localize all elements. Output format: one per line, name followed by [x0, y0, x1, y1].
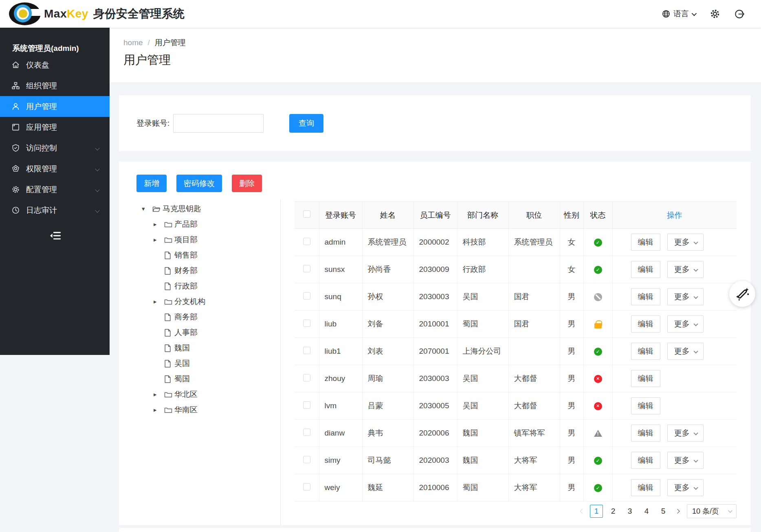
- page-button-3[interactable]: 3: [623, 505, 636, 518]
- cell-department: 吴国: [457, 283, 508, 311]
- more-button[interactable]: 更多: [667, 343, 704, 360]
- chevron-down-icon: [693, 349, 698, 353]
- cell-department: 吴国: [457, 365, 508, 392]
- more-button[interactable]: 更多: [667, 479, 704, 496]
- caret-right-icon[interactable]: ▸: [154, 236, 164, 243]
- sidebar-item-permissions[interactable]: 权限管理: [0, 158, 110, 179]
- page-button-5[interactable]: 5: [657, 505, 670, 518]
- cell-department: 科技部: [457, 229, 508, 256]
- tree-item[interactable]: ▾ 马克思钥匙: [119, 201, 280, 217]
- edit-button[interactable]: 编辑: [631, 234, 660, 251]
- sidebar-item-org[interactable]: 组织管理: [0, 75, 110, 96]
- sidebar-item-audit[interactable]: 日志审计: [0, 200, 110, 221]
- cell-position: [508, 256, 560, 283]
- tree-item[interactable]: 魏国: [119, 340, 280, 356]
- edit-button[interactable]: 编辑: [631, 397, 660, 414]
- page-button-4[interactable]: 4: [640, 505, 653, 518]
- edit-button[interactable]: 编辑: [631, 370, 660, 387]
- edit-button[interactable]: 编辑: [631, 261, 660, 278]
- table-row: liub1 刘表 2070001 上海分公司 男 编辑 更多: [295, 338, 737, 365]
- edit-button[interactable]: 编辑: [631, 479, 660, 496]
- caret-down-icon[interactable]: ▾: [142, 205, 152, 212]
- cell-employee-no: 2000002: [413, 229, 457, 256]
- edit-button[interactable]: 编辑: [631, 343, 660, 360]
- folder-icon: [164, 298, 173, 306]
- next-page-button[interactable]: [673, 510, 682, 513]
- caret-right-icon[interactable]: ▸: [154, 391, 164, 398]
- logout-button[interactable]: [735, 9, 745, 19]
- more-label: 更多: [674, 429, 690, 437]
- query-button[interactable]: 查询: [289, 114, 323, 133]
- delete-button[interactable]: 删除: [232, 175, 262, 192]
- more-button[interactable]: 更多: [667, 452, 704, 469]
- tree-item[interactable]: 财务部: [119, 263, 280, 278]
- select-all-checkbox[interactable]: [303, 210, 310, 218]
- file-icon: [164, 251, 173, 259]
- row-checkbox[interactable]: [303, 456, 310, 463]
- edit-button[interactable]: 编辑: [631, 425, 660, 442]
- sidebar-item-access-control[interactable]: 访问控制: [0, 138, 110, 158]
- page-size-value: 10 条/页: [692, 506, 719, 516]
- sidebar-item-settings[interactable]: 配置管理: [0, 179, 110, 200]
- breadcrumb-home-link[interactable]: home: [123, 38, 143, 47]
- table-row: sunsx 孙尚香 2030009 行政部 女 编辑 更多: [295, 256, 737, 283]
- change-password-button[interactable]: 密码修改: [176, 175, 222, 192]
- more-button[interactable]: 更多: [667, 234, 704, 251]
- cell-account: weiy: [319, 474, 362, 501]
- row-checkbox[interactable]: [303, 320, 310, 327]
- edit-button[interactable]: 编辑: [631, 452, 660, 469]
- settings-button[interactable]: [709, 8, 721, 20]
- sidebar-item-users[interactable]: 用户管理: [0, 96, 110, 117]
- sidebar-item-apps[interactable]: 应用管理: [0, 117, 110, 138]
- more-button[interactable]: 更多: [667, 288, 704, 305]
- more-button[interactable]: 更多: [667, 261, 704, 278]
- tree-item[interactable]: 商务部: [119, 309, 280, 325]
- caret-right-icon[interactable]: ▸: [154, 298, 164, 305]
- more-button[interactable]: 更多: [667, 425, 704, 442]
- row-checkbox[interactable]: [303, 238, 310, 245]
- row-checkbox[interactable]: [303, 347, 310, 354]
- page-button-1[interactable]: 1: [590, 505, 603, 518]
- prev-page-button[interactable]: [578, 510, 586, 513]
- more-button[interactable]: 更多: [667, 315, 704, 333]
- cell-department: 行政部: [457, 256, 508, 283]
- cell-employee-no: 2010001: [413, 311, 457, 338]
- tree-item[interactable]: 蜀国: [119, 371, 280, 387]
- edit-button[interactable]: 编辑: [631, 315, 660, 333]
- login-account-input[interactable]: [173, 114, 264, 133]
- menu-fold-icon[interactable]: [48, 230, 62, 242]
- folder-icon: [164, 406, 173, 414]
- add-button[interactable]: 新增: [136, 175, 167, 192]
- caret-right-icon[interactable]: ▸: [154, 221, 164, 228]
- tree-item[interactable]: 销售部: [119, 247, 280, 263]
- row-checkbox[interactable]: [303, 483, 310, 490]
- row-checkbox[interactable]: [303, 429, 310, 436]
- row-checkbox[interactable]: [303, 401, 310, 409]
- edit-button[interactable]: 编辑: [631, 288, 660, 305]
- tree-item[interactable]: ▸ 华南区: [119, 402, 280, 418]
- cell-name: 周瑜: [362, 365, 413, 392]
- row-checkbox[interactable]: [303, 265, 310, 272]
- status-icon: [594, 429, 602, 438]
- language-menu[interactable]: 语言: [662, 9, 695, 19]
- magic-wand-icon: [735, 286, 750, 302]
- table-row: dianw 典韦 2020006 魏国 镇军将军 男 编辑 更多: [295, 420, 737, 447]
- tree-item[interactable]: 人事部: [119, 325, 280, 340]
- cell-account: sunq: [319, 283, 362, 311]
- caret-right-icon[interactable]: ▸: [154, 406, 164, 414]
- row-checkbox[interactable]: [303, 374, 310, 381]
- sidebar-item-dashboard[interactable]: 仪表盘: [0, 55, 110, 75]
- more-label: 更多: [674, 265, 690, 274]
- page-size-select[interactable]: 10 条/页: [687, 504, 737, 518]
- maxkey-logo-icon: [8, 2, 43, 26]
- row-checkbox[interactable]: [303, 292, 310, 300]
- tree-item[interactable]: ▸ 分支机构: [119, 294, 280, 309]
- tree-item[interactable]: 吴国: [119, 356, 280, 371]
- tree-item[interactable]: ▸ 华北区: [119, 387, 280, 402]
- tree-item[interactable]: ▸ 项目部: [119, 232, 280, 247]
- tree-item[interactable]: 行政部: [119, 278, 280, 294]
- cell-name: 典韦: [362, 420, 413, 447]
- tree-item[interactable]: ▸ 产品部: [119, 217, 280, 232]
- magic-wand-button[interactable]: [729, 281, 755, 307]
- page-button-2[interactable]: 2: [607, 505, 620, 518]
